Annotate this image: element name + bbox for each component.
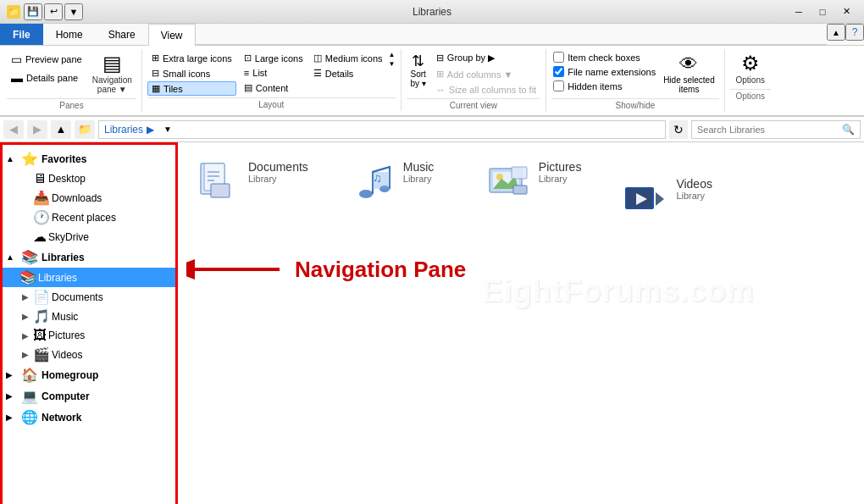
panes-group-content: ▭ Preview pane ▬ Details pane ▤ Navigati… xyxy=(7,51,136,97)
recent-places-icon: 🕐 xyxy=(33,209,50,225)
address-path[interactable]: Libraries ▶ ▼ xyxy=(98,120,666,139)
layout-scroll-up[interactable]: ▲ xyxy=(389,51,396,58)
group-by-btn[interactable]: ⊟ Group by ▶ xyxy=(432,51,540,65)
file-name-extensions-checkbox[interactable] xyxy=(553,66,564,77)
sidebar-network-header[interactable]: ▶ 🌐 Network xyxy=(3,407,175,428)
item-check-boxes-option[interactable]: Item check boxes xyxy=(551,51,657,64)
library-item-music[interactable]: ♫ Music Library xyxy=(346,156,448,215)
hidden-items-option[interactable]: Hidden items xyxy=(551,80,657,92)
sidebar-item-music[interactable]: ▶ 🎵 Music xyxy=(16,307,175,326)
up-btn[interactable]: ▲ xyxy=(51,120,71,139)
breadcrumb-libraries[interactable]: Libraries xyxy=(104,124,143,136)
list-icon: ≡ xyxy=(244,68,249,78)
ribbon-collapse-btn[interactable]: ▲ xyxy=(827,24,845,41)
item-check-boxes-checkbox[interactable] xyxy=(553,52,564,63)
content-icon: ▤ xyxy=(244,82,252,93)
details-pane-btn[interactable]: ▬ Details pane xyxy=(7,69,86,86)
help-btn[interactable]: ? xyxy=(845,24,864,41)
large-icons-btn[interactable]: ⊡ Large icons xyxy=(240,51,307,65)
svg-point-8 xyxy=(359,190,373,198)
details-btn[interactable]: ☰ Details xyxy=(309,66,358,80)
current-view-group-content: ⇅ Sortby ▾ ⊟ Group by ▶ ⊞ Add columns ▼ … xyxy=(407,51,541,97)
music-icon: 🎵 xyxy=(33,308,50,324)
sidebar-computer-header[interactable]: ▶ 💻 Computer xyxy=(3,385,175,407)
sort-by-btn[interactable]: ⇅ Sortby ▾ xyxy=(407,51,430,91)
panes-group-label: Panes xyxy=(7,98,136,110)
options-label: Options xyxy=(730,89,771,101)
library-item-pictures[interactable]: Pictures Library xyxy=(482,156,586,215)
search-icon[interactable]: 🔍 xyxy=(842,124,855,136)
medium-icons-btn[interactable]: ◫ Medium icons xyxy=(309,51,387,65)
ribbon-group-current-view: ⇅ Sortby ▾ ⊟ Group by ▶ ⊞ Add columns ▼ … xyxy=(402,49,547,112)
libraries-expand-icon: ▲ xyxy=(6,252,18,262)
sidebar-item-skydrive[interactable]: ☁ SkyDrive xyxy=(16,227,175,246)
add-columns-btn[interactable]: ⊞ Add columns ▼ xyxy=(432,67,540,81)
homegroup-icon: 🏠 xyxy=(21,367,38,383)
hidden-items-checkbox[interactable] xyxy=(553,80,564,91)
sidebar-item-recent-places[interactable]: 🕐 Recent places xyxy=(16,208,175,227)
documents-lib-icon xyxy=(196,160,240,211)
nav-pane-btn[interactable]: ▤ Navigationpane ▼ xyxy=(88,51,136,97)
ribbon: File Home Share View ▲ ? ▭ Preview pane … xyxy=(0,24,864,117)
library-item-videos[interactable]: Videos Library xyxy=(619,173,721,232)
preview-pane-btn[interactable]: ▭ Preview pane xyxy=(7,51,86,68)
size-all-icon: ↔ xyxy=(436,85,446,95)
library-item-documents[interactable]: Documents Library xyxy=(191,156,313,215)
tiles-btn[interactable]: ▦ Tiles xyxy=(147,81,236,96)
tab-share[interactable]: Share xyxy=(96,24,148,45)
minimize-button[interactable]: ─ xyxy=(788,3,810,20)
size-all-columns-btn[interactable]: ↔ Size all columns to fit xyxy=(432,83,540,97)
path-dropdown-btn[interactable]: ▼ xyxy=(158,120,178,139)
extra-large-icons-btn[interactable]: ⊞ Extra large icons xyxy=(147,51,236,65)
favorites-label: Favorites xyxy=(42,153,86,165)
sidebar-item-pictures[interactable]: ▶ 🖼 Pictures xyxy=(16,326,175,345)
forward-btn[interactable]: ▶ xyxy=(27,120,47,139)
content-btn[interactable]: ▤ Content xyxy=(240,80,307,95)
homegroup-expand-icon: ▶ xyxy=(6,370,18,379)
network-expand-icon: ▶ xyxy=(6,413,18,422)
sidebar-item-downloads[interactable]: 📥 Downloads xyxy=(16,188,175,208)
tab-home[interactable]: Home xyxy=(43,24,96,45)
sidebar-favorites-header[interactable]: ▲ ⭐ Favorites xyxy=(3,148,175,169)
sidebar-item-videos[interactable]: ▶ 🎬 Videos xyxy=(16,345,175,364)
tab-file[interactable]: File xyxy=(0,24,43,45)
details-pane-icon: ▬ xyxy=(11,71,23,85)
search-input[interactable] xyxy=(697,125,842,135)
search-box[interactable]: 🔍 xyxy=(691,120,861,139)
videos-lib-info: Videos Library xyxy=(676,177,712,201)
tab-view[interactable]: View xyxy=(148,24,196,46)
refresh-btn[interactable]: ↻ xyxy=(669,120,688,139)
sidebar-item-libraries-selected[interactable]: 📚 Libraries xyxy=(3,268,175,287)
current-view-label: Current view xyxy=(407,98,541,110)
pictures-lib-icon xyxy=(486,160,530,211)
list-btn[interactable]: ≡ List xyxy=(240,66,307,80)
options-btn[interactable]: ⚙ Options xyxy=(732,51,769,87)
sidebar-item-documents[interactable]: ▶ 📄 Documents xyxy=(16,287,175,307)
close-button[interactable]: ✕ xyxy=(835,3,857,20)
maximize-button[interactable]: □ xyxy=(811,3,834,20)
tiles-icon: ▦ xyxy=(152,83,160,94)
sidebar-libraries-header[interactable]: ▲ 📚 Libraries xyxy=(3,246,175,268)
group-by-icon: ⊟ xyxy=(436,53,444,64)
main-layout: ▲ ⭐ Favorites 🖥 Desktop 📥 Downloads 🕐 Re… xyxy=(0,142,864,504)
qat-customize[interactable]: ▼ xyxy=(64,3,83,20)
svg-marker-1 xyxy=(186,263,195,276)
file-name-extensions-option[interactable]: File name extensions xyxy=(551,65,657,78)
back-btn[interactable]: ◀ xyxy=(3,120,24,139)
sidebar-homegroup-header[interactable]: ▶ 🏠 Homegroup xyxy=(3,364,175,385)
layout-scroll-down[interactable]: ▼ xyxy=(389,60,396,68)
sidebar-item-desktop[interactable]: 🖥 Desktop xyxy=(16,169,175,188)
qat-save[interactable]: 💾 xyxy=(24,3,42,20)
libraries-icon: 📚 xyxy=(19,269,36,285)
svg-rect-7 xyxy=(211,184,230,197)
hide-selected-btn[interactable]: 👁 Hide selecteditems xyxy=(659,51,719,97)
small-icons-btn[interactable]: ⊟ Small icons xyxy=(147,66,236,80)
recent-locations-btn[interactable]: 📁 xyxy=(75,120,95,139)
music-lib-icon: ♫ xyxy=(351,160,395,211)
extra-large-icon: ⊞ xyxy=(152,53,159,64)
svg-rect-16 xyxy=(512,167,527,179)
qat-undo[interactable]: ↩ xyxy=(44,3,63,20)
ribbon-tab-bar: File Home Share View ▲ ? xyxy=(0,24,864,46)
show-hide-label: Show/hide xyxy=(551,98,719,110)
title-bar: 📁 💾 ↩ ▼ Libraries ─ □ ✕ xyxy=(0,0,864,24)
